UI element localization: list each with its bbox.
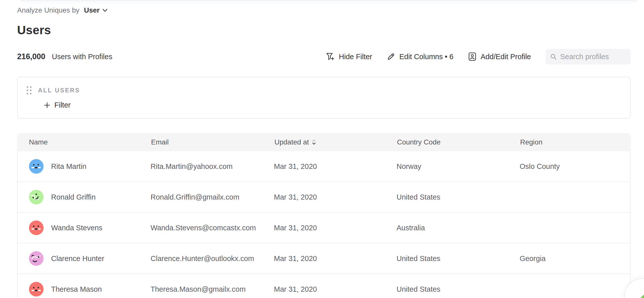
search-box[interactable] bbox=[546, 49, 631, 64]
cell-updated-at: Mar 31, 2020 bbox=[263, 254, 385, 263]
cell-updated-at: Mar 31, 2020 bbox=[263, 193, 385, 201]
cell-name: Ronald Griffin bbox=[51, 193, 96, 201]
hide-filter-button[interactable]: Hide Filter bbox=[326, 52, 372, 61]
filter-group-label: ALL USERS bbox=[38, 87, 80, 94]
filter-panel: ALL USERS Filter bbox=[17, 77, 631, 119]
avatar bbox=[29, 251, 44, 266]
cell-updated-at: Mar 31, 2020 bbox=[263, 224, 385, 232]
add-filter-label: Filter bbox=[54, 101, 70, 109]
user-count: 216,000 bbox=[17, 52, 45, 61]
table-row[interactable]: Wanda Stevens Wanda.Stevens@comcastx.com… bbox=[18, 213, 630, 243]
analyze-by-value: User bbox=[84, 6, 99, 14]
filter-group-row: ALL USERS bbox=[27, 86, 630, 94]
cell-country-code: United States bbox=[385, 193, 508, 201]
cell-region: Oslo County bbox=[508, 162, 630, 171]
hide-filter-label: Hide Filter bbox=[339, 53, 372, 61]
cell-country-code: Norway bbox=[385, 162, 508, 171]
avatar bbox=[29, 190, 44, 204]
users-page: Analyze Uniques by User Users 216,000 Us… bbox=[17, 6, 631, 298]
table-row[interactable]: Rita Martin Rita.Martin@yahoox.com Mar 3… bbox=[18, 151, 630, 182]
edit-columns-label: Edit Columns • 6 bbox=[399, 53, 453, 61]
avatar bbox=[29, 159, 44, 174]
cell-updated-at: Mar 31, 2020 bbox=[263, 162, 385, 171]
top-card-sliver bbox=[20, 0, 637, 3]
chevron-down-icon bbox=[102, 9, 108, 12]
profile-card-icon bbox=[468, 52, 477, 61]
search-icon bbox=[550, 53, 557, 60]
column-header-updated-at[interactable]: Updated at bbox=[263, 138, 385, 146]
page-title: Users bbox=[17, 23, 631, 37]
column-header-country-code[interactable]: Country Code bbox=[385, 138, 508, 146]
table-header: Name Email Updated at Country Code Regio… bbox=[17, 133, 631, 151]
cell-name: Wanda Stevens bbox=[51, 224, 102, 232]
cell-region: Georgia bbox=[508, 254, 630, 263]
table-row[interactable]: Theresa Mason Theresa.Mason@gmailx.com M… bbox=[18, 274, 630, 298]
users-table: Name Email Updated at Country Code Regio… bbox=[17, 133, 631, 298]
column-header-name[interactable]: Name bbox=[17, 138, 139, 146]
cell-country-code: Australia bbox=[385, 224, 508, 232]
add-edit-profile-label: Add/Edit Profile bbox=[481, 53, 531, 61]
count-toolbar-row: 216,000 Users with Profiles Hide Filter … bbox=[17, 49, 631, 65]
analyze-uniques-label: Analyze Uniques by bbox=[17, 6, 79, 14]
funnel-plus-icon bbox=[326, 52, 335, 61]
column-header-region[interactable]: Region bbox=[508, 138, 631, 146]
cell-email: Ronald.Griffin@gmailx.com bbox=[139, 193, 263, 201]
add-edit-profile-button[interactable]: Add/Edit Profile bbox=[468, 52, 531, 61]
cell-email: Wanda.Stevens@comcastx.com bbox=[139, 224, 263, 232]
cell-updated-at: Mar 31, 2020 bbox=[263, 285, 385, 293]
sort-icon bbox=[312, 139, 316, 145]
cell-email: Clarence.Hunter@outlookx.com bbox=[139, 254, 263, 263]
cell-email: Rita.Martin@yahoox.com bbox=[139, 162, 263, 171]
add-filter-button[interactable]: Filter bbox=[44, 101, 630, 109]
analyze-by-dropdown[interactable]: User bbox=[84, 6, 108, 14]
cell-email: Theresa.Mason@gmailx.com bbox=[139, 285, 263, 293]
drag-handle-icon[interactable] bbox=[27, 86, 31, 94]
user-count-label: Users with Profiles bbox=[52, 53, 112, 61]
table-row[interactable]: Ronald Griffin Ronald.Griffin@gmailx.com… bbox=[18, 182, 630, 213]
avatar bbox=[29, 220, 44, 235]
cell-name: Clarence Hunter bbox=[51, 254, 104, 263]
cell-country-code: United States bbox=[385, 254, 508, 263]
table-body: Rita Martin Rita.Martin@yahoox.com Mar 3… bbox=[17, 151, 631, 298]
edit-columns-button[interactable]: Edit Columns • 6 bbox=[387, 52, 453, 61]
table-row[interactable]: Clarence Hunter Clarence.Hunter@outlookx… bbox=[18, 243, 630, 274]
cell-country-code: United States bbox=[385, 285, 508, 293]
cell-name: Rita Martin bbox=[51, 162, 86, 171]
pencil-icon bbox=[387, 52, 395, 61]
toolbar: Hide Filter Edit Columns • 6 Add/Edit Pr… bbox=[326, 49, 631, 64]
analyze-uniques-row: Analyze Uniques by User bbox=[17, 6, 631, 15]
cell-name: Theresa Mason bbox=[51, 285, 102, 293]
search-input[interactable] bbox=[560, 53, 626, 61]
avatar bbox=[29, 282, 44, 296]
plus-icon bbox=[44, 102, 50, 108]
column-header-email[interactable]: Email bbox=[139, 138, 263, 146]
